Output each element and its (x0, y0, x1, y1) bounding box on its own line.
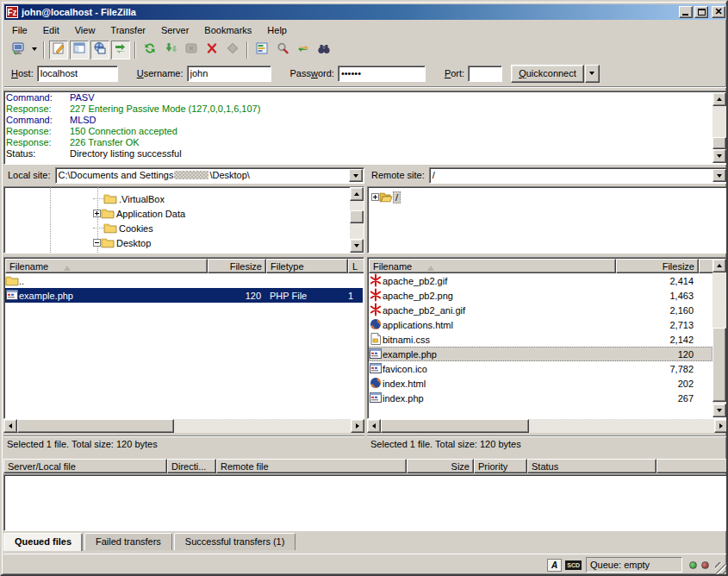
scroll-down-button[interactable] (712, 149, 726, 163)
file-row-apache-pb2-png[interactable]: apache_pb2.png1,463 (369, 288, 712, 303)
cancel-operation-button[interactable] (182, 41, 201, 59)
log-line: Response:150 Connection accepted (6, 126, 712, 137)
filter-button[interactable] (314, 41, 333, 59)
synchronized-browsing-button[interactable] (294, 41, 313, 59)
toggle-local-tree-button[interactable] (70, 41, 89, 59)
title-bar[interactable]: Fz john@localhost - FileZilla ✕ (4, 4, 727, 20)
local-file-list[interactable]: FilenameFilesizeFiletypeL ..example.php1… (3, 257, 364, 419)
file-row-index-php[interactable]: index.php267 (369, 391, 712, 405)
file-row-apache-pb2-gif[interactable]: apache_pb2.gif2,414 (369, 273, 712, 288)
local-site-dropdown-button[interactable] (349, 169, 363, 182)
tree-expander-plus[interactable] (93, 210, 101, 217)
log-vscrollbar[interactable] (712, 92, 726, 163)
column-header-filename[interactable]: Filename (5, 259, 208, 273)
username-input[interactable] (187, 66, 271, 82)
toggle-remote-tree-button[interactable] (90, 41, 109, 59)
remote-list-vscrollbar[interactable] (712, 259, 726, 417)
queue-column-header-size[interactable]: Size (407, 459, 474, 473)
remote-file-list[interactable]: FilenameFilesize apache_pb2.gif2,414apac… (367, 257, 728, 419)
file-row-example-php[interactable]: example.php120 (369, 347, 712, 361)
file-name: apache_pb2.gif (383, 276, 447, 286)
local-directory-tree[interactable]: .VirtualBoxApplication DataCookiesDeskto… (3, 186, 364, 254)
toggle-transfer-queue-button[interactable] (111, 41, 130, 59)
scroll-left-button[interactable] (3, 419, 17, 433)
toggle-message-log-button[interactable] (49, 41, 68, 59)
resize-grip[interactable] (715, 562, 728, 575)
port-input[interactable] (468, 66, 502, 82)
menu-bookmarks[interactable]: Bookmarks (196, 23, 259, 37)
password-input[interactable] (338, 66, 426, 82)
local-list-hscrollbar[interactable] (3, 419, 364, 433)
scroll-thumb[interactable] (17, 419, 174, 433)
remote-site-dropdown-button[interactable] (712, 169, 726, 182)
reconnect-button[interactable] (223, 41, 242, 59)
queue-column-header-directi---[interactable]: Directi... (167, 459, 216, 473)
tab-queued-files[interactable]: Queued files (3, 533, 83, 551)
menu-help[interactable]: Help (259, 23, 295, 37)
scroll-thumb[interactable] (712, 137, 726, 149)
tree-item-desktop[interactable]: Desktop (93, 235, 152, 250)
remote-list-hscrollbar[interactable] (367, 419, 728, 433)
host-input[interactable] (37, 66, 118, 82)
column-header-filetype[interactable]: Filetype (266, 259, 348, 273)
tab-successful-transfers--1-[interactable]: Successful transfers (1) (174, 533, 296, 550)
scroll-up-button[interactable] (712, 259, 726, 272)
tree-item-root[interactable]: / (371, 190, 401, 204)
queue-body[interactable] (3, 474, 728, 531)
queue-column-header-remote-file[interactable]: Remote file (216, 459, 407, 473)
disconnect-button[interactable] (202, 41, 221, 59)
site-manager-button[interactable] (9, 41, 28, 59)
remote-site-combobox[interactable]: / (429, 167, 728, 184)
process-queue-button[interactable] (161, 41, 180, 59)
scroll-left-button[interactable] (367, 419, 381, 433)
queue-column-header-priority[interactable]: Priority (474, 459, 527, 473)
file-row---[interactable]: .. (5, 273, 363, 288)
remote-directory-tree[interactable]: / (367, 186, 728, 254)
file-row-applications-html[interactable]: applications.html2,713 (369, 317, 712, 332)
file-row-index-html[interactable]: index.html202 (369, 376, 712, 391)
tree-expander-plus[interactable] (371, 193, 379, 201)
local-site-combobox[interactable]: C:\Documents and Settings\Desktop\ (55, 167, 364, 184)
maximize-button[interactable] (694, 6, 708, 18)
menu-view[interactable]: View (67, 23, 103, 37)
scroll-up-button[interactable] (712, 92, 726, 106)
close-button[interactable]: ✕ (712, 6, 725, 18)
quickconnect-dropdown-button[interactable] (585, 65, 600, 83)
minimize-button[interactable] (679, 6, 693, 18)
file-row-example-php[interactable]: example.php120PHP File1 (5, 288, 363, 303)
scroll-right-button[interactable] (714, 419, 728, 433)
tree-item-cookies[interactable]: Cookies (93, 221, 155, 235)
scroll-thumb[interactable] (712, 328, 726, 402)
menu-transfer[interactable]: Transfer (103, 23, 153, 37)
queue-column-header-status[interactable]: Status (527, 459, 656, 473)
scroll-down-button[interactable] (350, 239, 364, 253)
directory-comparison-button[interactable] (252, 41, 271, 59)
scroll-thumb[interactable] (381, 419, 529, 433)
scroll-right-button[interactable] (351, 419, 364, 433)
menu-file[interactable]: File (4, 23, 35, 37)
queue-column-header-server-local-file[interactable]: Server/Local file (3, 459, 167, 473)
indicator-badge-icon[interactable]: SCD (565, 560, 582, 570)
file-row-bitnami-css[interactable]: bitnami.css2,142 (369, 332, 712, 347)
tree-item--virtualbox[interactable]: .VirtualBox (93, 191, 166, 206)
local-tree-vscrollbar[interactable] (350, 187, 364, 253)
file-row-favicon-ico[interactable]: favicon.ico7,782 (369, 361, 712, 376)
tree-expander-minus[interactable] (93, 239, 101, 247)
scroll-thumb[interactable] (350, 210, 364, 223)
column-header-filename[interactable]: Filename (369, 259, 616, 273)
menu-server[interactable]: Server (153, 23, 196, 37)
menu-edit[interactable]: Edit (35, 23, 67, 37)
column-header-filesize[interactable]: Filesize (616, 259, 699, 273)
scroll-down-button[interactable] (712, 404, 726, 417)
column-header-filesize[interactable]: Filesize (208, 259, 266, 273)
site-manager-dropdown-button[interactable] (28, 41, 40, 59)
tree-item-application-data[interactable]: Application Data (93, 206, 187, 221)
column-header-l[interactable]: L (348, 259, 364, 273)
ascii-datatype-icon[interactable]: A (547, 559, 562, 572)
quickconnect-button[interactable]: Quickconnect (511, 65, 584, 83)
file-row-apache-pb2-ani-gif[interactable]: apache_pb2_ani.gif2,160 (369, 303, 712, 317)
find-files-button[interactable] (273, 41, 292, 59)
refresh-button[interactable] (140, 41, 159, 59)
scroll-up-button[interactable] (350, 187, 364, 201)
tab-failed-transfers[interactable]: Failed transfers (84, 533, 172, 550)
